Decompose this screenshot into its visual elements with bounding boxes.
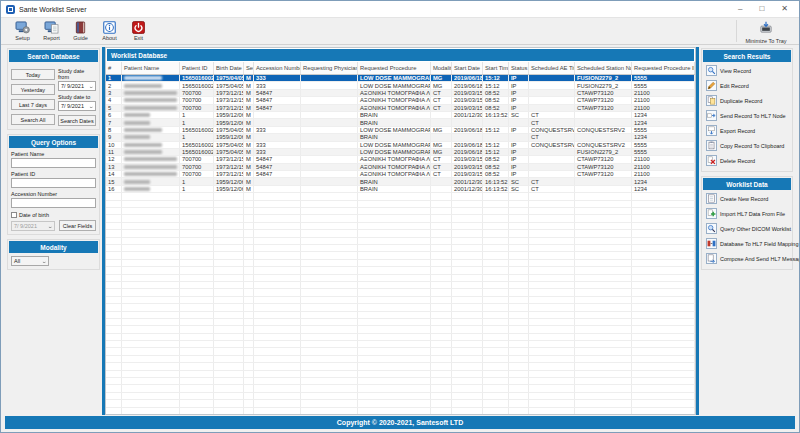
table-row[interactable]: 1156501600261975/04/05M333LOW DOSE MAMMO… [106, 75, 695, 82]
table-row[interactable]: 137007001973/12/15M54847ΑΞΟΝΙΚΗ ΤΟΜΟΓΡΑΦ… [106, 164, 695, 171]
table-row[interactable] [106, 400, 695, 407]
column-header[interactable]: Sex [244, 62, 254, 74]
about-icon [102, 21, 118, 34]
table-row[interactable] [106, 201, 695, 208]
patient-id-input[interactable] [11, 178, 96, 188]
view-record-button[interactable]: View Record [702, 63, 792, 78]
table-row[interactable]: 911959/12/06MBRAINCT1234 [106, 134, 695, 141]
column-header[interactable]: Modality [431, 62, 452, 74]
copy-record-to-clipboard-button[interactable]: Copy Record To Clipboard [702, 138, 792, 153]
create-new-record-button[interactable]: Create New Record [702, 191, 792, 206]
table-row[interactable] [106, 223, 695, 230]
table-row[interactable] [106, 326, 695, 333]
patient-name-input[interactable] [11, 158, 96, 168]
table-cell [483, 341, 509, 347]
date-of-birth-checkbox[interactable] [11, 212, 17, 218]
table-row[interactable] [106, 385, 695, 392]
table-row[interactable] [106, 260, 695, 267]
table-row[interactable] [106, 393, 695, 400]
table-row[interactable]: 57007001973/12/15M54847ΑΞΟΝΙΚΗ ΤΟΜΟΓΡΑΦΙ… [106, 105, 695, 112]
export-record-button[interactable]: Export Record [702, 123, 792, 138]
table-row[interactable] [106, 289, 695, 296]
table-row[interactable] [106, 238, 695, 245]
column-header[interactable]: # [106, 62, 122, 74]
table-row[interactable]: 147007001973/12/15M54847ΑΞΟΝΙΚΗ ΤΟΜΟΓΡΑΦ… [106, 171, 695, 178]
database-to-hl7-field-mapping-button[interactable]: Database To HL7 Field Mapping [702, 236, 792, 251]
table-cell [529, 319, 575, 325]
table-row[interactable]: 11156501600261975/04/05M333LOW DOSE MAMM… [106, 149, 695, 156]
table-row[interactable] [106, 378, 695, 385]
study-date-to-picker[interactable]: 7/ 9/2021⌄ [58, 101, 96, 111]
table-row[interactable] [106, 371, 695, 378]
import-hl7-data-from-file-button[interactable]: Import HL7 Data From File [702, 206, 792, 221]
table-row[interactable]: 37007001973/12/15M54847ΑΞΟΝΙΚΗ ΤΟΜΟΓΡΑΦΙ… [106, 90, 695, 97]
column-header[interactable]: Patient ID [180, 62, 214, 74]
search-dates-button[interactable]: Search Dates [58, 115, 96, 126]
table-row[interactable]: 1511959/12/06MBRAIN2001/12/3016:13:52SCC… [106, 178, 695, 185]
column-header[interactable]: Requested Procedure ID [632, 62, 695, 74]
minimize-icon[interactable]: – [738, 2, 742, 16]
close-icon[interactable]: ✕ [781, 2, 788, 16]
table-row[interactable] [106, 297, 695, 304]
accession-number-input[interactable] [11, 198, 96, 208]
duplicate-record-button[interactable]: Duplicate Record [702, 93, 792, 108]
date-of-birth-picker[interactable]: 7/ 9/2021⌄ [11, 221, 55, 231]
table-row[interactable] [106, 319, 695, 326]
yesterday-button[interactable]: Yesterday [11, 84, 55, 95]
today-button[interactable]: Today [11, 69, 55, 80]
column-header[interactable]: Scheduled Station Name [575, 62, 632, 74]
report-button[interactable]: Report [38, 18, 65, 44]
exit-button[interactable]: Exit [125, 18, 152, 44]
table-row[interactable] [106, 215, 695, 222]
table-row[interactable]: 711959/12/06MBRAINCT1234 [106, 119, 695, 126]
column-header[interactable]: Requested Procedure [358, 62, 431, 74]
delete-record-button[interactable]: Delete Record [702, 153, 792, 168]
table-row[interactable]: 1611959/12/06MBRAIN2001/12/3016:13:52SCC… [106, 186, 695, 193]
table-row[interactable] [106, 230, 695, 237]
table-row[interactable] [106, 208, 695, 215]
table-row[interactable] [106, 245, 695, 252]
compose-and-send-hl7-message-button[interactable]: Compose And Send HL7 Message [702, 251, 792, 266]
table-cell [509, 230, 529, 236]
column-header[interactable]: Start Date [452, 62, 483, 74]
column-header[interactable]: Patient Name [122, 62, 180, 74]
column-header[interactable]: Requesting Physician [301, 62, 358, 74]
table-row[interactable] [106, 252, 695, 259]
table-row[interactable] [106, 341, 695, 348]
modality-select[interactable]: All⌄ [11, 256, 49, 266]
table-row[interactable] [106, 282, 695, 289]
last-7-days-button[interactable]: Last 7 days [11, 99, 55, 110]
edit-record-button[interactable]: Edit Record [702, 78, 792, 93]
minimize-to-tray-button[interactable]: Minimize To Tray [737, 18, 795, 44]
table-row[interactable] [106, 363, 695, 370]
column-header[interactable]: Accession Number [254, 62, 301, 74]
search-all-button[interactable]: Search All [11, 114, 55, 125]
clear-fields-button[interactable]: Clear Fields [59, 220, 96, 231]
table-row[interactable]: 2156501600261975/04/05M333LOW DOSE MAMMO… [106, 82, 695, 89]
table-row[interactable]: 10156501600261975/04/05M333LOW DOSE MAMM… [106, 142, 695, 149]
setup-button[interactable]: Setup [9, 18, 36, 44]
table-row[interactable] [106, 356, 695, 363]
query-other-dicom-worklist-button[interactable]: Query Other DICOM Worklist [702, 221, 792, 236]
table-row[interactable] [106, 304, 695, 311]
table-row[interactable]: 47007001973/12/15M54847ΑΞΟΝΙΚΗ ΤΟΜΟΓΡΑΦΙ… [106, 97, 695, 104]
table-row[interactable]: 127007001973/12/15M54847ΑΞΟΝΙΚΗ ΤΟΜΟΓΡΑΦ… [106, 156, 695, 163]
column-header[interactable]: Birth Date [214, 62, 244, 74]
table-row[interactable]: 8156501600261975/04/05M333LOW DOSE MAMMO… [106, 127, 695, 134]
table-row[interactable] [106, 193, 695, 200]
study-date-from-picker[interactable]: 7/ 9/2021⌄ [58, 81, 96, 91]
column-header[interactable]: Scheduled AE Title [529, 62, 575, 74]
table-row[interactable] [106, 267, 695, 274]
column-header[interactable]: Status [509, 62, 529, 74]
table-row[interactable] [106, 348, 695, 355]
guide-button[interactable]: Guide [67, 18, 94, 44]
table-row[interactable] [106, 275, 695, 282]
maximize-icon[interactable]: □ [759, 2, 764, 16]
send-record-to-hl7-node-button[interactable]: Send Record To HL7 Node [702, 108, 792, 123]
about-button[interactable]: About [96, 18, 123, 44]
column-header[interactable]: Start Time [483, 62, 509, 74]
table-row[interactable] [106, 408, 695, 414]
table-row[interactable]: 611959/12/06MBRAIN2001/12/3016:13:52SCCT… [106, 112, 695, 119]
table-row[interactable] [106, 312, 695, 319]
table-row[interactable] [106, 334, 695, 341]
